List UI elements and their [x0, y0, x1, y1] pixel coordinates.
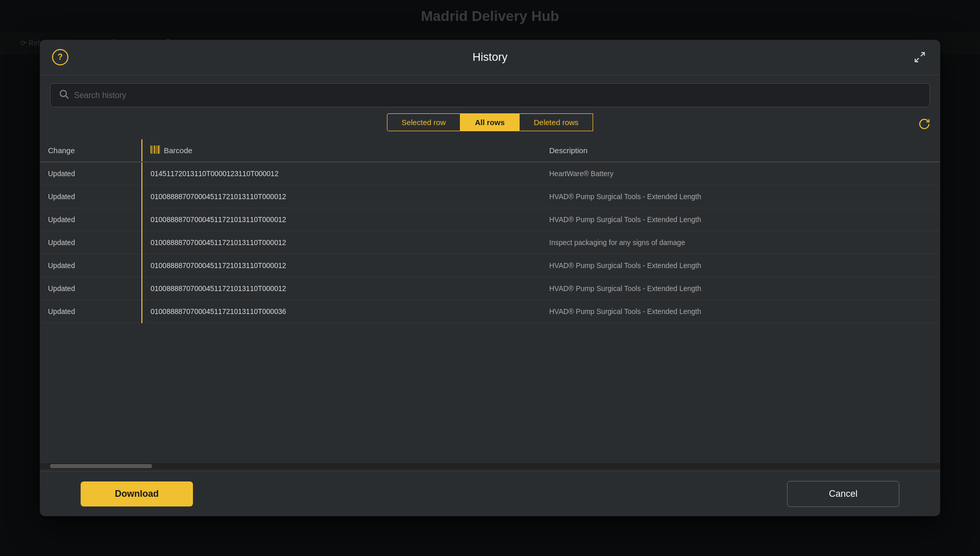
cell-change: Updated [40, 208, 142, 231]
cell-description: HeartWare® Battery [541, 162, 940, 185]
refresh-icon[interactable] [919, 118, 930, 132]
search-icon [59, 89, 69, 102]
cell-barcode: 010088887070004511721013110T000012 [142, 231, 541, 254]
h-scroll-thumb [50, 464, 152, 468]
cell-barcode: 010088887070004511721013110T000012 [142, 254, 541, 277]
svg-line-1 [915, 58, 919, 62]
horizontal-scrollbar[interactable] [40, 463, 940, 469]
svg-line-0 [921, 53, 924, 56]
svg-rect-9 [159, 146, 160, 154]
cell-description: HVAD® Pump Surgical Tools - Extended Len… [541, 277, 940, 300]
cell-description: Inspect packaging for any signs of damag… [541, 231, 940, 254]
svg-line-3 [66, 96, 68, 99]
cell-description: HVAD® Pump Surgical Tools - Extended Len… [541, 300, 940, 323]
history-table: Change [40, 139, 940, 162]
table-container: Change [40, 139, 940, 471]
dialog-title: History [68, 51, 912, 64]
cell-barcode: 010088887070004511721013110T000036 [142, 300, 541, 323]
cell-description: HVAD® Pump Surgical Tools - Extended Len… [541, 254, 940, 277]
cell-change: Updated [40, 254, 142, 277]
cancel-button[interactable]: Cancel [787, 481, 899, 507]
table-row[interactable]: Updated010088887070004511721013110T00001… [40, 185, 940, 208]
cell-change: Updated [40, 300, 142, 323]
dialog-header: ? History [40, 40, 940, 75]
svg-point-2 [60, 90, 66, 96]
cell-change: Updated [40, 185, 142, 208]
table-row[interactable]: Updated010088887070004511721013110T00001… [40, 208, 940, 231]
search-bar [50, 83, 930, 107]
cell-change: Updated [40, 277, 142, 300]
table-row[interactable]: Updated01451172013110T0000123110T000012H… [40, 162, 940, 185]
barcode-icon [151, 146, 160, 155]
cell-description: HVAD® Pump Surgical Tools - Extended Len… [541, 208, 940, 231]
table-header-row: Change [40, 139, 940, 162]
download-button[interactable]: Download [81, 481, 193, 506]
history-dialog: ? History Selected row All rows Deleted … [40, 40, 940, 516]
dialog-footer: Download Cancel [40, 471, 940, 516]
cell-barcode: 010088887070004511721013110T000012 [142, 277, 541, 300]
table-scroll[interactable]: Updated01451172013110T0000123110T000012H… [40, 162, 940, 461]
col-header-barcode-label: Barcode [164, 146, 192, 155]
col-header-description: Description [541, 139, 940, 162]
cell-barcode: 01451172013110T0000123110T000012 [142, 162, 541, 185]
svg-rect-7 [156, 146, 157, 154]
cell-change: Updated [40, 231, 142, 254]
search-input[interactable] [74, 91, 921, 100]
cell-barcode: 010088887070004511721013110T000012 [142, 208, 541, 231]
svg-rect-5 [153, 146, 153, 154]
col-header-barcode: Barcode [142, 139, 541, 162]
tab-selected-row[interactable]: Selected row [387, 113, 461, 131]
cell-description: HVAD® Pump Surgical Tools - Extended Len… [541, 185, 940, 208]
cell-barcode: 010088887070004511721013110T000012 [142, 185, 541, 208]
svg-rect-8 [158, 146, 159, 154]
table-row[interactable]: Updated010088887070004511721013110T00001… [40, 231, 940, 254]
tab-all-rows[interactable]: All rows [460, 113, 519, 131]
svg-rect-4 [151, 146, 152, 154]
cell-change: Updated [40, 162, 142, 185]
table-row[interactable]: Updated010088887070004511721013110T00001… [40, 277, 940, 300]
svg-rect-6 [154, 146, 155, 154]
history-table-body: Updated01451172013110T0000123110T000012H… [40, 162, 940, 323]
tab-deleted-rows[interactable]: Deleted rows [520, 113, 594, 131]
col-header-change: Change [40, 139, 142, 162]
table-row[interactable]: Updated010088887070004511721013110T00003… [40, 300, 940, 323]
table-row[interactable]: Updated010088887070004511721013110T00001… [40, 254, 940, 277]
help-icon[interactable]: ? [52, 49, 68, 65]
tab-row: Selected row All rows Deleted rows [40, 113, 940, 139]
expand-icon[interactable] [912, 49, 928, 65]
